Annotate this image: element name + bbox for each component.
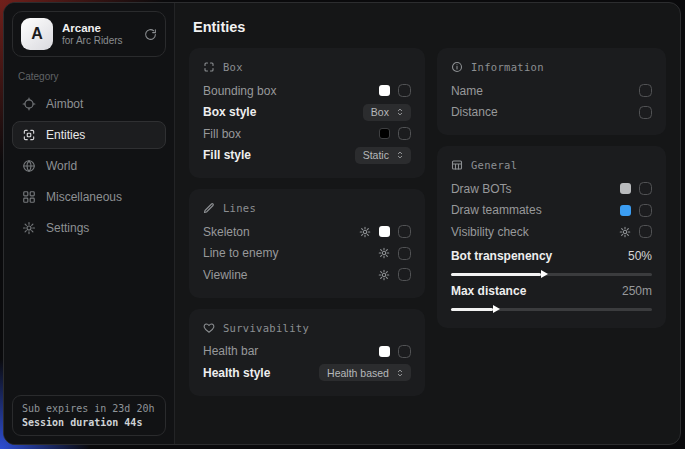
setting-label: Bounding box	[203, 84, 276, 98]
setting-label: Viewline	[203, 268, 247, 282]
setting-label: Distance	[451, 105, 498, 119]
viewline-checkbox[interactable]	[398, 268, 411, 281]
visibility-settings-gear-icon[interactable]	[619, 226, 631, 238]
app-title: Arcane	[62, 21, 135, 35]
color-swatch[interactable]	[379, 226, 390, 237]
setting-label: Max distance	[451, 284, 526, 298]
slider-value: 250m	[622, 284, 652, 298]
slider-fill[interactable]	[451, 273, 541, 277]
max-distance-slider[interactable]	[451, 308, 652, 311]
health-bar-checkbox[interactable]	[398, 345, 411, 358]
chevrons-up-down-icon	[395, 368, 405, 378]
setting-row: Fill box	[203, 123, 411, 145]
app-subtitle: for Arc Riders	[62, 35, 135, 48]
section-title: Box	[223, 61, 243, 73]
box-style-dropdown[interactable]: Box	[363, 104, 411, 121]
setting-label: Line to enemy	[203, 246, 278, 260]
chevrons-up-down-icon	[395, 150, 405, 160]
heart-icon	[203, 322, 215, 334]
max-distance-slider-block: Max distance 250m	[451, 281, 652, 311]
section-title: Information	[471, 61, 544, 73]
sidebar-item-world[interactable]: World	[12, 152, 166, 180]
visibility-check-checkbox[interactable]	[639, 225, 652, 238]
line-to-enemy-checkbox[interactable]	[398, 247, 411, 260]
brand-card: A Arcane for Arc Riders	[12, 11, 166, 57]
sidebar-item-label: Entities	[46, 128, 85, 142]
session-duration-text: Session duration 44s	[22, 417, 156, 428]
color-swatch[interactable]	[620, 183, 631, 194]
setting-label: Bot transpenency	[451, 249, 552, 263]
setting-row: Fill style Static	[203, 145, 411, 167]
distance-checkbox[interactable]	[639, 106, 652, 119]
sidebar-item-label: Settings	[46, 221, 89, 235]
setting-label: Health bar	[203, 344, 258, 358]
viewline-settings-gear-icon[interactable]	[378, 269, 390, 281]
gear-icon	[22, 221, 36, 235]
dropdown-value: Health based	[327, 367, 389, 379]
setting-row: Visibility check	[451, 221, 652, 243]
setting-row: Draw teammates	[451, 200, 652, 222]
section-title: Lines	[223, 202, 256, 214]
sidebar-item-label: Aimbot	[46, 97, 83, 111]
app-window: A Arcane for Arc Riders Category Aimbot	[3, 2, 681, 445]
color-swatch[interactable]	[379, 85, 390, 96]
setting-label: Draw teammates	[451, 203, 542, 217]
subscription-status: Sub expires in 23d 20h Session duration …	[12, 395, 166, 436]
color-swatch[interactable]	[379, 346, 390, 357]
dropdown-value: Box	[371, 106, 389, 118]
setting-row: Viewline	[203, 264, 411, 286]
setting-row: Distance	[451, 102, 652, 124]
information-card: Information Name Distance	[437, 48, 666, 135]
bot-transparency-slider[interactable]	[451, 273, 652, 276]
grid-icon	[22, 190, 36, 204]
sidebar-item-label: World	[46, 159, 77, 173]
sidebar-item-entities[interactable]: Entities	[12, 121, 166, 149]
draw-teammates-checkbox[interactable]	[639, 204, 652, 217]
setting-label: Name	[451, 84, 483, 98]
setting-label: Fill style	[203, 148, 251, 162]
setting-row: Box style Box	[203, 102, 411, 124]
sidebar-item-aimbot[interactable]: Aimbot	[12, 90, 166, 118]
setting-row: Line to enemy	[203, 243, 411, 265]
refresh-icon[interactable]	[144, 28, 157, 41]
setting-label: Visibility check	[451, 225, 529, 239]
sidebar-nav: Aimbot Entities World Miscellaneous	[12, 90, 166, 242]
setting-label: Box style	[203, 105, 256, 119]
fill-box-checkbox[interactable]	[398, 127, 411, 140]
lines-card: Lines Skeleton Line to enemy	[189, 189, 425, 298]
table-icon	[451, 159, 463, 171]
dropdown-value: Static	[363, 149, 389, 161]
setting-label: Health style	[203, 366, 270, 380]
setting-label: Skeleton	[203, 225, 250, 239]
crosshair-icon	[22, 97, 36, 111]
skeleton-settings-gear-icon[interactable]	[359, 226, 371, 238]
slider-value: 50%	[628, 249, 652, 263]
box-card: Box Bounding box Box style Box	[189, 48, 425, 178]
setting-row: Skeleton	[203, 221, 411, 243]
setting-row: Health style Health based	[203, 362, 411, 384]
setting-row: Name	[451, 80, 652, 102]
bounding-box-checkbox[interactable]	[398, 84, 411, 97]
survivability-card: Survivability Health bar Health style He…	[189, 309, 425, 396]
bot-transparency-slider-block: Bot transpenency 50%	[451, 246, 652, 276]
setting-label: Fill box	[203, 127, 241, 141]
sub-expiry-text: Sub expires in 23d 20h	[22, 403, 156, 414]
sidebar-item-settings[interactable]: Settings	[12, 214, 166, 242]
pencil-icon	[203, 202, 215, 214]
health-style-dropdown[interactable]: Health based	[319, 364, 411, 381]
category-label: Category	[18, 71, 160, 82]
line-to-enemy-settings-gear-icon[interactable]	[378, 247, 390, 259]
sidebar-item-label: Miscellaneous	[46, 190, 122, 204]
sidebar-item-miscellaneous[interactable]: Miscellaneous	[12, 183, 166, 211]
name-checkbox[interactable]	[639, 84, 652, 97]
color-swatch[interactable]	[379, 128, 390, 139]
fill-style-dropdown[interactable]: Static	[355, 147, 411, 164]
color-swatch[interactable]	[620, 205, 631, 216]
chevrons-up-down-icon	[395, 107, 405, 117]
skeleton-checkbox[interactable]	[398, 225, 411, 238]
draw-bots-checkbox[interactable]	[639, 182, 652, 195]
globe-icon	[22, 159, 36, 173]
general-card: General Draw BOTs Draw teammates	[437, 146, 666, 328]
scan-icon	[22, 128, 36, 142]
slider-fill[interactable]	[451, 308, 493, 312]
